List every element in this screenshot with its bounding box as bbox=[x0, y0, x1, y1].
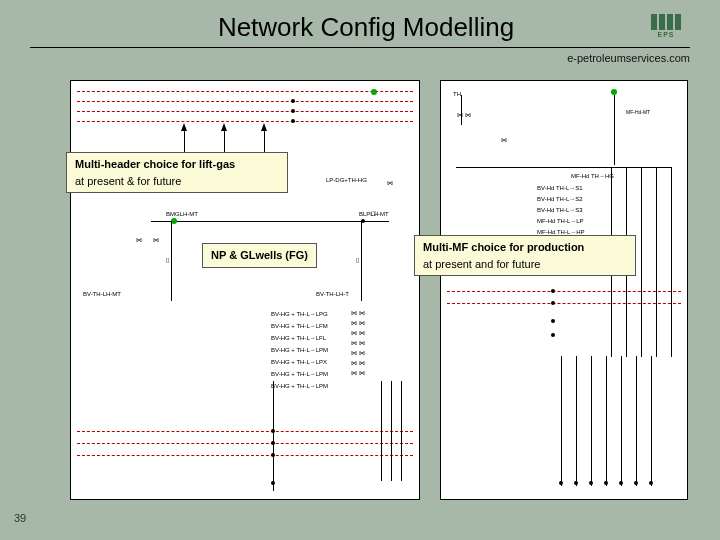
page-title: Network Config Modelling bbox=[30, 12, 642, 43]
callout-multimf-line2: at present and for future bbox=[423, 256, 627, 273]
arrow-up-icon bbox=[181, 123, 187, 131]
row-label: BV-HG + TH-L→LPG bbox=[271, 311, 409, 317]
logo-bars-icon bbox=[651, 14, 681, 30]
site-url: e-petroleumservices.com bbox=[0, 48, 720, 72]
callout-npgl: NP & GLwells (FG) bbox=[202, 243, 317, 268]
row-label: BV-HG + TH-L→LPM bbox=[271, 383, 409, 389]
page-number: 39 bbox=[14, 512, 26, 524]
label-bvth2: BV-TH-LH-T bbox=[316, 291, 349, 297]
row-label: BV-HG + TH-L→LFM bbox=[271, 323, 409, 329]
eps-logo: EPS bbox=[642, 14, 690, 42]
diagram-area: LP-DG+TH-HG BLPLH-MT BMGLH-MT BV-TH-LH-M… bbox=[70, 80, 690, 510]
callout-liftgas: Multi-header choice for lift-gas at pres… bbox=[66, 152, 288, 193]
row-label: BV-HG + TH-L→LPM bbox=[271, 347, 409, 353]
callout-liftgas-line2: at present & for future bbox=[75, 173, 279, 190]
callout-npgl-line1: NP & GLwells (FG) bbox=[211, 249, 308, 261]
row-label: BV-HG + TH-L→LPM bbox=[271, 371, 409, 377]
schematic-left-panel: LP-DG+TH-HG BLPLH-MT BMGLH-MT BV-TH-LH-M… bbox=[70, 80, 420, 500]
callout-liftgas-line1: Multi-header choice for lift-gas bbox=[75, 156, 279, 173]
label-mfhd: MF-Hd TH→HG bbox=[571, 173, 614, 179]
label-lpdg: LP-DG+TH-HG bbox=[326, 177, 367, 183]
callout-multimf: Multi-MF choice for production at presen… bbox=[414, 235, 636, 276]
arrow-up-icon bbox=[221, 123, 227, 131]
label-bvth1: BV-TH-LH-MT bbox=[83, 291, 121, 297]
arrow-up-icon bbox=[261, 123, 267, 131]
label-th: TH bbox=[453, 91, 461, 97]
label-bmgl: BMGLH-MT bbox=[166, 211, 198, 217]
row-label: BV-HG + TH-L→LPX bbox=[271, 359, 409, 365]
callout-multimf-line1: Multi-MF choice for production bbox=[423, 239, 627, 256]
row-label: BV-HG + TH-L→LFL bbox=[271, 335, 409, 341]
schematic-right-panel: TH ⋈ ⋈ ⋈ MF-Hd-MT MF-Hd TH→HG BV-Hd TH-L… bbox=[440, 80, 688, 500]
header-bar: Network Config Modelling EPS bbox=[0, 0, 720, 47]
logo-text: EPS bbox=[657, 31, 674, 38]
